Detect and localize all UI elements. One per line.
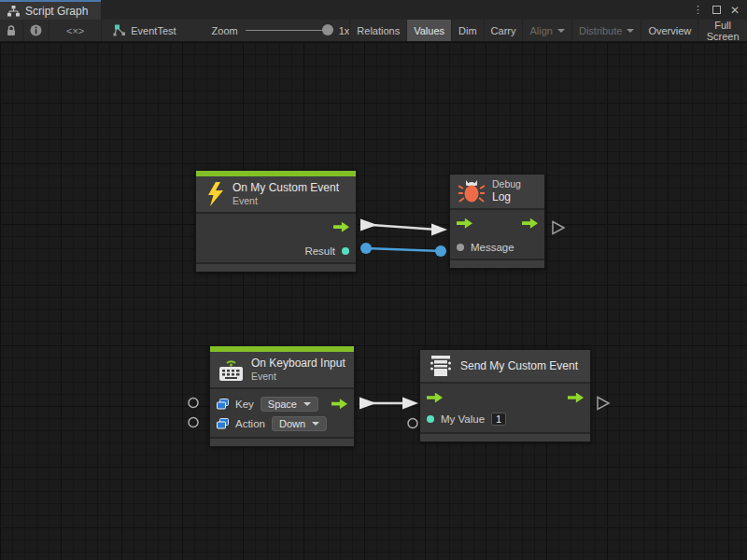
graph-chip-icon [113, 24, 126, 36]
code-view-button[interactable]: <×> [49, 20, 102, 41]
window-controls: ⋮ ✕ [693, 0, 747, 20]
graph-toolbar: <×> EventTest Zoom 1x Relations Values D… [0, 20, 747, 42]
fullscreen-button[interactable]: Full Screen [698, 20, 747, 41]
zoom-control: Zoom 1x [212, 20, 350, 41]
zoom-slider-knob[interactable] [322, 24, 333, 35]
chevron-down-icon [557, 29, 565, 33]
info-button[interactable] [23, 20, 49, 41]
zoom-value: 1x [339, 25, 350, 36]
unconnected-output-cap-send[interactable] [598, 398, 609, 410]
values-button[interactable]: Values [406, 20, 451, 41]
script-graph-window: Script Graph ⋮ ✕ <×> [0, 0, 747, 560]
zoom-label: Zoom [212, 25, 238, 36]
lock-button[interactable] [0, 20, 23, 41]
tab-bar: Script Graph ⋮ ✕ [0, 0, 747, 20]
tab-title: Script Graph [25, 5, 88, 18]
graph-breadcrumb[interactable]: EventTest [102, 20, 185, 41]
zoom-slider[interactable] [246, 30, 331, 31]
connection-layer [0, 42, 747, 560]
carry-button[interactable]: Carry [484, 20, 523, 41]
tabbar-spacer [101, 0, 693, 20]
control-wire-custom-to-debug[interactable] [360, 219, 447, 236]
close-icon[interactable]: ✕ [730, 4, 740, 17]
unconnected-input-cap-key[interactable] [189, 399, 198, 408]
graph-canvas[interactable]: On My Custom Event Event Result [0, 42, 747, 560]
maximize-icon[interactable] [712, 6, 721, 14]
align-label: Align [529, 25, 552, 36]
info-icon [30, 24, 42, 36]
unconnected-input-cap-action[interactable] [189, 418, 198, 427]
unconnected-output-cap-debug[interactable] [553, 222, 564, 234]
window-menu-icon[interactable]: ⋮ [693, 4, 703, 16]
align-dropdown[interactable]: Align [522, 20, 571, 41]
toolbar-right-group: Relations Values Dim Carry Align Distrib… [349, 20, 747, 41]
graph-name: EventTest [131, 25, 176, 36]
hierarchy-icon [7, 6, 20, 17]
code-icon: <×> [66, 25, 84, 36]
unconnected-input-cap-my-value[interactable] [408, 419, 417, 428]
distribute-label: Distribute [579, 25, 622, 36]
tab-script-graph[interactable]: Script Graph [0, 0, 101, 20]
lock-icon [7, 25, 16, 36]
value-wire-result-to-message[interactable] [360, 243, 446, 257]
dim-button[interactable]: Dim [451, 20, 484, 41]
chevron-down-icon [627, 29, 634, 33]
distribute-dropdown[interactable]: Distribute [571, 20, 641, 41]
overview-button[interactable]: Overview [641, 20, 698, 41]
control-wire-keyboard-to-send[interactable] [359, 398, 418, 410]
relations-button[interactable]: Relations [349, 20, 406, 41]
